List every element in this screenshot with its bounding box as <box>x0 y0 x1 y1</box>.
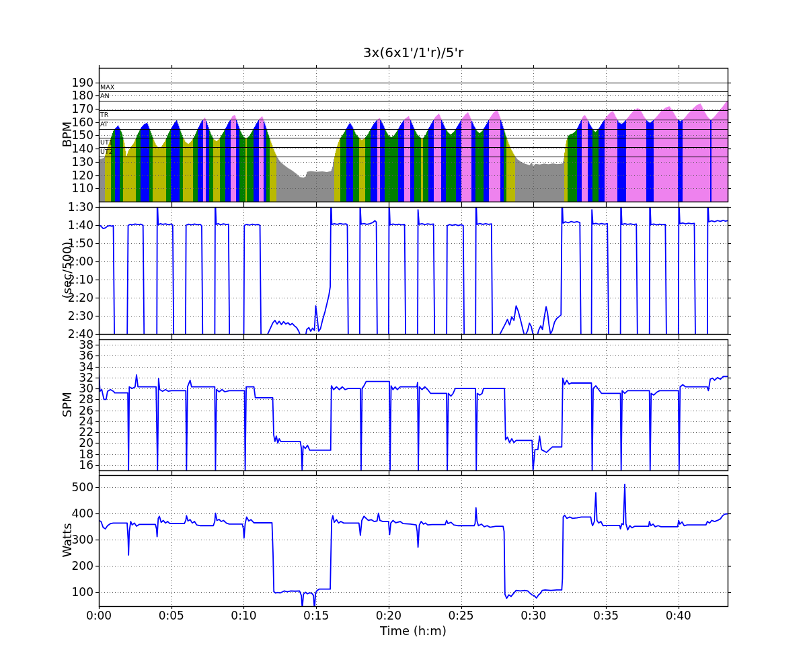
y-tick-label: 2:10 <box>46 273 93 286</box>
y-tick-label: 38 <box>46 338 93 351</box>
y-tick-label: 160 <box>46 116 93 129</box>
y-tick-label: 130 <box>46 155 93 169</box>
y-tick-label: 190 <box>46 76 93 89</box>
y-tick-label: 2:20 <box>46 291 93 304</box>
x-tick-label: 0:15 <box>289 609 343 622</box>
y-tick-label: 2:00 <box>46 255 93 268</box>
hr-zone-label: AT <box>100 121 108 128</box>
hr-zone-label: UT2 <box>100 149 113 155</box>
y-tick-label: 140 <box>46 142 93 155</box>
chart-title: 3x(6x1'/1'r)/5'r <box>99 44 728 60</box>
x-tick-label: 0:05 <box>145 609 198 622</box>
hr-zone-label: TR <box>100 112 108 118</box>
x-tick-label: 0:40 <box>652 609 705 622</box>
y-tick-label: 400 <box>46 507 93 520</box>
y-tick-label: 110 <box>46 181 93 195</box>
x-tick-label: 0:35 <box>579 609 633 622</box>
y-tick-label: 170 <box>46 102 93 116</box>
x-tick-label: 0:30 <box>506 609 560 622</box>
y-tick-label: 1:50 <box>46 237 93 250</box>
x-tick-label: 0:00 <box>72 609 126 622</box>
x-tick-label: 0:10 <box>217 609 270 622</box>
y-tick-label: 100 <box>46 585 93 599</box>
y-tick-label: 2:30 <box>46 309 93 323</box>
y-tick-label: 120 <box>46 169 93 182</box>
hr-zone-label: MAX <box>100 84 114 91</box>
figure: 3x(6x1'/1'r)/5'r BPM (sec/500) SPM Watts… <box>0 0 807 672</box>
hr-zone-label: AN <box>100 93 110 99</box>
y-tick-label: 200 <box>46 559 93 573</box>
y-tick-label: 150 <box>46 128 93 142</box>
y-tick-label: 1:40 <box>46 218 93 232</box>
y-tick-label: 300 <box>46 533 93 546</box>
x-tick-label: 0:20 <box>362 609 416 622</box>
y-axis-label-pace: (sec/500) <box>60 242 74 299</box>
x-tick-label: 0:25 <box>434 609 488 622</box>
workout-chart-canvas <box>0 0 807 672</box>
y-tick-label: 180 <box>46 89 93 102</box>
hr-zone-label: UT1 <box>100 139 113 146</box>
x-axis-label: Time (h:m) <box>99 624 728 638</box>
y-tick-label: 1:30 <box>46 200 93 214</box>
y-tick-label: 500 <box>46 480 93 494</box>
